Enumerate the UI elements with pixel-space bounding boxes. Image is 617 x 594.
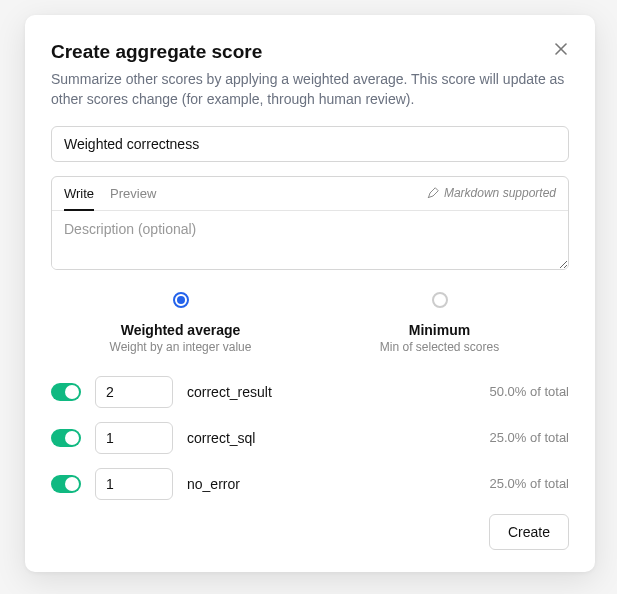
tab-preview[interactable]: Preview xyxy=(110,177,156,211)
modal-header: Create aggregate score Summarize other s… xyxy=(51,41,569,110)
score-name-label: no_error xyxy=(187,476,476,492)
score-percent-label: 25.0% of total xyxy=(490,430,570,445)
scores-list: correct_result 50.0% of total correct_sq… xyxy=(51,376,569,500)
description-tabs-left: Write Preview xyxy=(64,177,156,210)
radio-minimum[interactable] xyxy=(432,292,448,308)
score-percent-label: 25.0% of total xyxy=(490,476,570,491)
modal-footer: Create xyxy=(51,514,569,550)
weight-input[interactable] xyxy=(95,468,173,500)
pencil-icon xyxy=(427,187,439,199)
method-title: Weighted average xyxy=(51,322,310,338)
score-name-input[interactable] xyxy=(51,126,569,162)
weight-input[interactable] xyxy=(95,376,173,408)
modal-subtitle: Summarize other scores by applying a wei… xyxy=(51,69,569,110)
description-tabs: Write Preview Markdown supported xyxy=(52,177,568,211)
close-button[interactable] xyxy=(549,37,573,61)
score-toggle[interactable] xyxy=(51,429,81,447)
score-row: correct_sql 25.0% of total xyxy=(51,422,569,454)
score-toggle[interactable] xyxy=(51,475,81,493)
method-minimum[interactable]: Minimum Min of selected scores xyxy=(310,292,569,354)
aggregation-method-row: Weighted average Weight by an integer va… xyxy=(51,292,569,354)
create-button[interactable]: Create xyxy=(489,514,569,550)
method-desc: Weight by an integer value xyxy=(51,340,310,354)
description-textarea[interactable] xyxy=(52,211,568,269)
create-aggregate-modal: Create aggregate score Summarize other s… xyxy=(25,15,595,572)
description-box: Write Preview Markdown supported xyxy=(51,176,569,270)
markdown-supported-label: Markdown supported xyxy=(427,186,556,200)
tab-write[interactable]: Write xyxy=(64,177,94,211)
score-name-label: correct_sql xyxy=(187,430,476,446)
score-row: no_error 25.0% of total xyxy=(51,468,569,500)
method-title: Minimum xyxy=(310,322,569,338)
score-row: correct_result 50.0% of total xyxy=(51,376,569,408)
modal-title: Create aggregate score xyxy=(51,41,569,63)
score-toggle[interactable] xyxy=(51,383,81,401)
score-percent-label: 50.0% of total xyxy=(490,384,570,399)
close-icon xyxy=(554,42,568,56)
radio-weighted-average[interactable] xyxy=(173,292,189,308)
method-desc: Min of selected scores xyxy=(310,340,569,354)
method-weighted-average[interactable]: Weighted average Weight by an integer va… xyxy=(51,292,310,354)
score-name-label: correct_result xyxy=(187,384,476,400)
weight-input[interactable] xyxy=(95,422,173,454)
markdown-supported-text: Markdown supported xyxy=(444,186,556,200)
